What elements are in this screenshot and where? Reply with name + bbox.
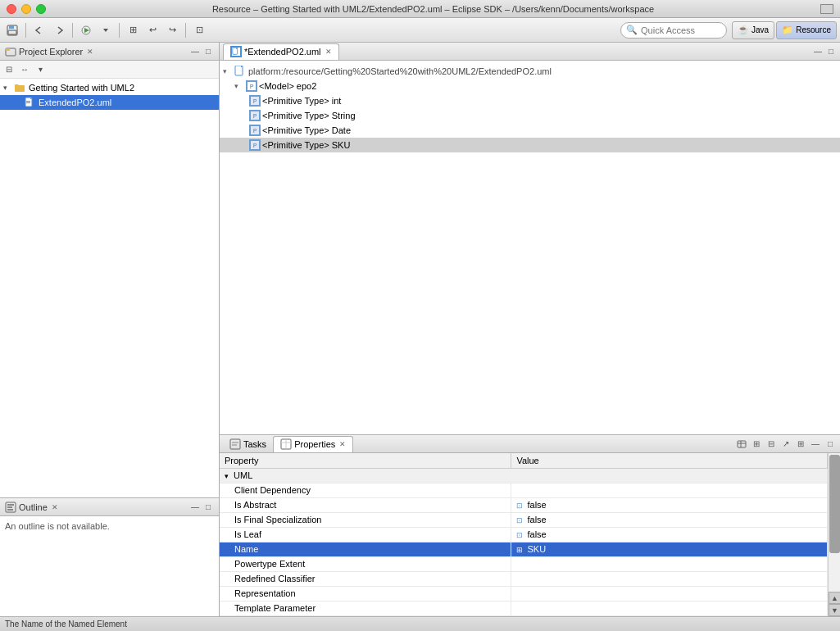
file-tree-item[interactable]: ExtendedPO2.uml: [0, 95, 219, 110]
quick-access-search[interactable]: 🔍: [620, 22, 727, 39]
svg-rect-11: [7, 504, 14, 506]
model-item[interactable]: ▾ P <Model> epo2: [220, 79, 840, 93]
props-main-area: Property Value ▾ UML: [220, 453, 828, 616]
java-perspective-button[interactable]: ☕ Java: [732, 21, 774, 39]
outline-content: An outline is not available.: [0, 516, 219, 616]
is-leaf-value: ⊡ false: [511, 527, 828, 542]
outline-collapse-button[interactable]: —: [189, 502, 201, 513]
editor-tab[interactable]: *ExtendedPO2.uml ✕: [223, 43, 339, 60]
editor-maximize-button[interactable]: □: [825, 46, 837, 57]
redefined-row[interactable]: Redefined Classifier: [220, 571, 828, 586]
powertype-row[interactable]: Powertype Extent: [220, 556, 828, 571]
run-button[interactable]: [77, 21, 95, 39]
properties-tab[interactable]: Properties ✕: [273, 436, 353, 452]
primitive-int-item[interactable]: P <Primitive Type> int: [220, 93, 840, 108]
properties-tab-close[interactable]: ✕: [339, 440, 346, 448]
project-explorer-tab[interactable]: Project Explorer ✕: [5, 46, 93, 57]
save-button[interactable]: [3, 21, 21, 39]
java-perspective-icon: ☕: [738, 25, 749, 35]
sync-icon: [737, 439, 747, 449]
props-btn-2[interactable]: ⊞: [750, 438, 763, 451]
maximize-button[interactable]: [36, 4, 46, 14]
outline-maximize-button[interactable]: □: [202, 502, 214, 513]
is-final-row[interactable]: Is Final Specialization ⊡ false: [220, 512, 828, 527]
editor-minimize-button[interactable]: —: [812, 46, 824, 57]
editor-tab-close[interactable]: ✕: [325, 48, 332, 56]
svg-rect-8: [26, 101, 30, 102]
quick-access-input[interactable]: [641, 25, 723, 35]
representation-row[interactable]: Representation: [220, 586, 828, 601]
outline-tab[interactable]: Outline ✕: [5, 502, 58, 513]
value-column-header: Value: [511, 453, 828, 468]
explorer-content: ▾ Getting Started with UML2: [0, 79, 219, 497]
properties-scrollbar[interactable]: ▲ ▼: [828, 453, 840, 616]
toolbar-btn-7[interactable]: ⊡: [190, 21, 208, 39]
is-leaf-row[interactable]: Is Leaf ⊡ false: [220, 527, 828, 542]
toolbar-btn-5[interactable]: ↩: [143, 21, 161, 39]
window-controls: [7, 4, 46, 14]
project-explorer-icon: [5, 46, 16, 57]
editor-tab-bar: *ExtendedPO2.uml ✕ — □: [220, 43, 840, 61]
tasks-tab[interactable]: Tasks: [223, 436, 273, 452]
project-explorer-close[interactable]: ✕: [87, 48, 93, 56]
props-btn-3[interactable]: ⊟: [765, 438, 778, 451]
bottom-collapse-button[interactable]: —: [809, 438, 822, 451]
close-button[interactable]: [7, 4, 16, 14]
template-param-row[interactable]: Template Parameter: [220, 601, 828, 615]
scrollbar-down-arrow[interactable]: ▼: [829, 604, 840, 616]
window-resize-icon[interactable]: [820, 4, 833, 14]
name-row[interactable]: Name ⊞ SKU: [220, 542, 828, 556]
collapse-all-button[interactable]: ⊟: [2, 62, 16, 77]
primitive-int-icon: P: [249, 95, 261, 107]
primitive-sku-item[interactable]: P <Primitive Type> SKU: [220, 138, 840, 152]
bottom-maximize-button[interactable]: □: [824, 438, 837, 451]
search-icon: 🔍: [626, 25, 638, 35]
primitive-date-item[interactable]: P <Primitive Type> Date: [220, 123, 840, 138]
scrollbar-thumb[interactable]: [829, 455, 840, 553]
primitive-date-icon: P: [249, 125, 261, 136]
window-title: Resource – Getting Started with UML2/Ext…: [46, 4, 820, 14]
property-column-header: Property: [220, 453, 511, 468]
bottom-more-button[interactable]: ⊞: [794, 438, 807, 451]
minimize-button[interactable]: [21, 4, 31, 14]
collapse-button[interactable]: —: [189, 46, 201, 57]
uml-section-arrow: ▾: [225, 472, 229, 480]
forward-button[interactable]: [50, 21, 68, 39]
resource-perspective-button[interactable]: 📁 Resource: [776, 21, 837, 39]
back-button[interactable]: [30, 21, 48, 39]
toolbar-btn-4[interactable]: ⊞: [124, 21, 142, 39]
maximize-panel-button[interactable]: □: [202, 46, 214, 57]
name-value: ⊞ SKU: [511, 542, 828, 556]
breadcrumb-icon: [234, 66, 246, 77]
props-export-button[interactable]: ↗: [779, 438, 792, 451]
name-property: Name: [220, 542, 511, 556]
editor-content: ▾ platform:/resource/Getting%20Started%2…: [220, 61, 840, 434]
project-tree-item[interactable]: ▾ Getting Started with UML2: [0, 80, 219, 95]
toolbar-btn-6[interactable]: ↪: [163, 21, 181, 39]
props-sync-button[interactable]: [735, 438, 748, 451]
breadcrumb-item[interactable]: ▾ platform:/resource/Getting%20Started%2…: [220, 64, 840, 79]
project-explorer-title: Project Explorer: [19, 47, 83, 57]
toolbar-icon-5: ↩: [149, 25, 157, 34]
is-abstract-row[interactable]: Is Abstract ⊡ false: [220, 497, 828, 512]
explorer-toolbar: ⊟ ↔ ▾: [0, 61, 219, 79]
name-icon: ⊞: [516, 546, 523, 554]
separator-2: [72, 23, 73, 38]
powertype-value: [511, 556, 828, 571]
status-message: The Name of the Named Element: [5, 620, 127, 629]
link-with-editor-button[interactable]: ↔: [17, 62, 32, 77]
client-dep-row[interactable]: Client Dependency: [220, 483, 828, 497]
run-dropdown-button[interactable]: [97, 21, 115, 39]
outline-close[interactable]: ✕: [52, 503, 58, 511]
model-text: <Model> epo2: [259, 81, 316, 91]
save-icon: [7, 25, 18, 36]
primitive-string-item[interactable]: P <Primitive Type> String: [220, 108, 840, 123]
explorer-menu-button[interactable]: ▾: [33, 62, 48, 77]
perspective-switcher: ☕ Java 📁 Resource: [732, 21, 837, 39]
svg-rect-12: [7, 506, 12, 508]
properties-icon: [280, 438, 292, 450]
scrollbar-up-arrow[interactable]: ▲: [829, 592, 840, 604]
client-dep-property: Client Dependency: [220, 483, 511, 497]
properties-data-table: Property Value ▾ UML: [220, 453, 828, 616]
properties-table: Property Value ▾ UML: [220, 453, 840, 616]
